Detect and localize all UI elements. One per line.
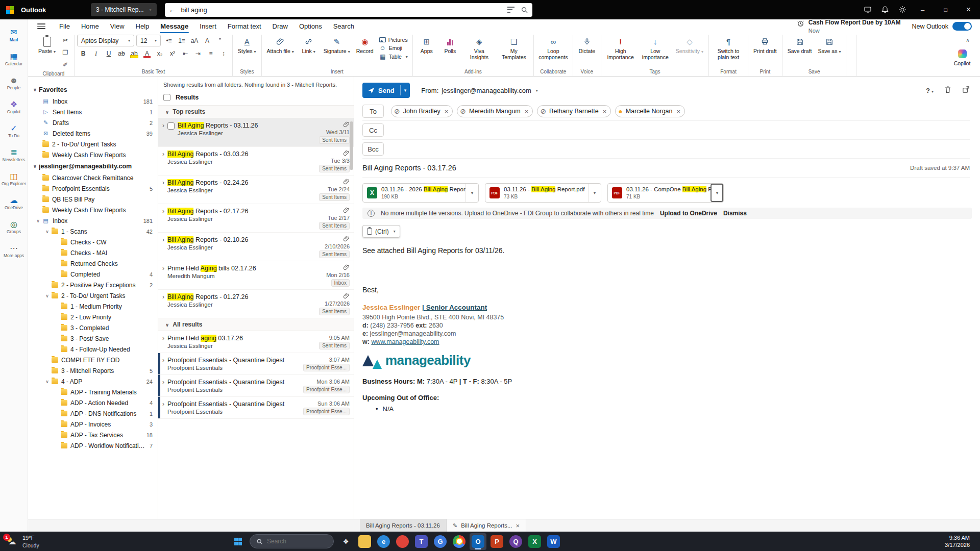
styles-button[interactable]: A Styles xyxy=(235,35,259,55)
results-scrollbar[interactable] xyxy=(350,121,353,170)
expand-chevron-icon[interactable] xyxy=(159,236,167,258)
rail-groups[interactable]: ◎ Groups xyxy=(0,215,28,239)
bold-icon[interactable]: B xyxy=(77,48,89,59)
folder-tree-item[interactable]: 3 - Mitchell Reports 5 xyxy=(28,365,158,376)
folder-tree-item[interactable]: Checks - CW xyxy=(28,237,158,247)
folder-tree-item[interactable]: 3 - Completed xyxy=(28,322,158,333)
expand-chevron-icon[interactable] xyxy=(43,379,51,384)
reminder-toast[interactable]: Cash Flow Report Due by 10AM Now xyxy=(797,18,901,34)
signature-button[interactable]: ✎ Signature xyxy=(321,35,353,55)
attachment-card[interactable]: PDF 03.11.26 - CompOne Bill Aging Re... … xyxy=(607,183,724,203)
recipient-pill[interactable]: ● Marcelle Norgan xyxy=(615,105,685,117)
italic-icon[interactable]: I xyxy=(90,48,102,59)
format-painter-icon[interactable]: ✐ xyxy=(59,59,71,70)
notifications-bell-icon[interactable] xyxy=(876,0,894,19)
attach-file-button[interactable]: Attach file xyxy=(264,35,297,55)
folder-tree-item[interactable]: Completed 4 xyxy=(28,269,158,280)
folder-tree-item[interactable]: Returned Checks xyxy=(28,258,158,269)
maximize-button[interactable] xyxy=(934,0,957,19)
folder-tree-item[interactable]: 1 - Scans 42 xyxy=(28,226,158,237)
top-results-header[interactable]: Top results xyxy=(158,106,354,118)
sensitivity-button[interactable]: ◇ Sensitivity xyxy=(673,35,706,55)
search-input[interactable] xyxy=(181,6,507,14)
close-button[interactable] xyxy=(957,0,980,19)
loop-components-button[interactable]: ∞ Loop components xyxy=(536,35,570,61)
search-filter-icon[interactable] xyxy=(507,7,514,13)
new-outlook-toggle[interactable] xyxy=(952,22,972,31)
cc-button[interactable]: Cc xyxy=(362,123,384,137)
folder-tree-item[interactable]: ADP - DNS Notifications 1 xyxy=(28,408,158,419)
remove-recipient-icon[interactable] xyxy=(603,108,607,115)
item-tab-sent-message[interactable]: Bill Aging Reports - 03.11.26 xyxy=(360,519,447,532)
underline-icon[interactable]: U xyxy=(103,48,115,59)
taskbar-outlook[interactable]: O xyxy=(470,533,486,550)
collapse-ribbon-icon[interactable] xyxy=(962,35,973,45)
search-result-item[interactable]: Bill Aging Reports - 02.24.26 Jessica Es… xyxy=(158,176,354,204)
polls-button[interactable]: Polls xyxy=(439,35,461,55)
remove-recipient-icon[interactable] xyxy=(445,108,449,115)
folder-tree-item[interactable]: 2 - To-Do/ Urgent Tasks xyxy=(28,139,158,149)
taskbar-edge[interactable]: e xyxy=(375,533,392,550)
align-icon[interactable]: ≡ xyxy=(205,48,217,59)
folder-tree-item[interactable]: ✎ Drafts 2 xyxy=(28,117,158,128)
attachment-options-chevron[interactable] xyxy=(465,184,478,202)
search-icon[interactable] xyxy=(521,6,528,14)
rail-mail[interactable]: ✉ Mail xyxy=(0,23,28,47)
table-button[interactable]: ▦Table xyxy=(377,53,410,61)
discard-draft-button[interactable] xyxy=(944,86,952,95)
paste-button[interactable]: Paste xyxy=(36,35,58,55)
taskbar-search[interactable] xyxy=(250,534,334,548)
send-options-chevron[interactable] xyxy=(401,83,410,98)
taskbar-app-blue[interactable]: G xyxy=(432,533,449,550)
message-help-button[interactable] xyxy=(926,87,934,94)
apps-button[interactable]: ⊞ Apps xyxy=(415,35,438,55)
folder-tree-item[interactable]: ADP - Workflow Notifications 7 xyxy=(28,440,158,451)
change-case-icon[interactable]: aA xyxy=(188,35,201,46)
hamburger-menu-icon[interactable] xyxy=(37,23,45,29)
result-checkbox[interactable] xyxy=(167,122,175,130)
font-size-dropdown[interactable]: 12 xyxy=(136,35,161,46)
folder-tree-item[interactable]: ▤ Inbox 181 xyxy=(28,215,158,226)
to-field[interactable]: ⊘ John Bradley ⊘ Meredith Mangum xyxy=(391,105,685,117)
increase-indent-icon[interactable]: ⇥ xyxy=(192,48,204,59)
tab-draw[interactable]: Draw xyxy=(267,19,293,33)
expand-chevron-icon[interactable] xyxy=(159,293,167,315)
folder-tree-item[interactable]: 2 - Low Priority xyxy=(28,312,158,322)
recipient-pill[interactable]: ⊘ Meredith Mangum xyxy=(457,105,533,117)
recipient-pill[interactable]: ⊘ John Bradley xyxy=(391,105,453,117)
select-all-checkbox[interactable] xyxy=(163,94,170,101)
font-name-dropdown[interactable]: Aptos Display xyxy=(77,35,134,46)
line-spacing-icon[interactable]: ↕ xyxy=(217,48,230,59)
folder-tree-item[interactable]: ADP - Invoices 3 xyxy=(28,419,158,430)
rail-more-apps[interactable]: ⋯ More apps xyxy=(0,239,28,263)
recipient-pill[interactable]: ⊘ Bethany Barnette xyxy=(537,105,611,117)
expand-chevron-icon[interactable] xyxy=(159,121,167,144)
to-button[interactable]: To xyxy=(362,105,384,118)
dismiss-button[interactable]: Dismiss xyxy=(723,210,747,217)
start-button[interactable] xyxy=(230,533,246,549)
search-result-item[interactable]: Prime Held aging 03.17.26 Jessica Esslin… xyxy=(158,331,354,353)
tab-file[interactable]: File xyxy=(54,19,76,33)
expand-chevron-icon[interactable] xyxy=(159,400,167,416)
search-result-item[interactable]: Bill Aging Reports - 02.10.26 Jessica Es… xyxy=(158,233,354,261)
tab-insert[interactable]: Insert xyxy=(194,19,222,33)
folder-tree-item[interactable]: 4 - ADP 24 xyxy=(28,376,158,387)
text-highlight-icon[interactable]: ab xyxy=(128,48,140,59)
weather-widget[interactable]: ☁ 1 19°F Cloudy xyxy=(6,534,67,549)
taskbar-excel[interactable]: X xyxy=(526,533,543,550)
link-button[interactable]: Link xyxy=(298,35,320,55)
print-draft-button[interactable]: Print draft xyxy=(751,35,779,55)
quote-icon[interactable]: ” xyxy=(214,35,226,46)
folder-tree-item[interactable]: jesslinger@manageability.com xyxy=(28,160,158,172)
all-results-header[interactable]: All results xyxy=(158,318,354,331)
copy-icon[interactable]: ❐ xyxy=(59,47,71,58)
taskbar-file-explorer[interactable] xyxy=(356,533,373,550)
search-result-item[interactable]: Bill Aging Reports - 02.17.26 Jessica Es… xyxy=(158,204,354,233)
pictures-button[interactable]: Pictures xyxy=(377,36,410,43)
folder-tree-item[interactable]: Weekly Cash Flow Reports xyxy=(28,149,158,160)
message-body-editor[interactable]: See attached Bill Aging Reports for 03/1… xyxy=(354,238,980,519)
tab-search[interactable]: Search xyxy=(328,19,360,33)
tab-format-text[interactable]: Format text xyxy=(222,19,267,33)
high-importance-button[interactable]: ! High importance xyxy=(604,35,638,61)
search-result-item[interactable]: Bill Aging Reports - 03.03.26 Jessica Es… xyxy=(158,147,354,176)
